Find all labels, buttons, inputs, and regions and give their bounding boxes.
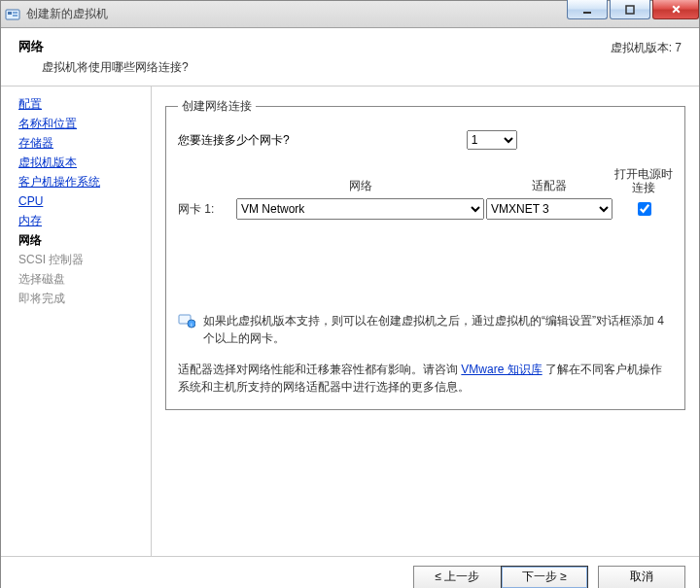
step-select-disk: 选择磁盘 bbox=[18, 269, 151, 289]
svg-rect-1 bbox=[8, 12, 12, 15]
wizard-steps-sidebar: 配置 名称和位置 存储器 虚拟机版本 客户机操作系统 CPU 内存 网络 SCS… bbox=[1, 86, 152, 556]
network-groupbox: 创建网络连接 您要连接多少个网卡? 1 网络 适配器 打开电源时连接 网卡 1: bbox=[165, 98, 685, 410]
svg-rect-5 bbox=[626, 6, 634, 14]
step-name-location[interactable]: 名称和位置 bbox=[18, 114, 151, 133]
vm-version-label: 虚拟机版本: 7 bbox=[611, 40, 682, 56]
next-button[interactable]: 下一步 ≥ bbox=[501, 566, 588, 589]
wizard-header: 网络 虚拟机将使用哪些网络连接? 虚拟机版本: 7 bbox=[1, 28, 699, 86]
info-text: 如果此虚拟机版本支持，则可以在创建虚拟机之后，通过虚拟机的“编辑设置”对话框添加… bbox=[203, 312, 673, 347]
step-vm-version[interactable]: 虚拟机版本 bbox=[18, 153, 151, 172]
step-cpu[interactable]: CPU bbox=[18, 191, 151, 211]
svg-rect-4 bbox=[583, 12, 591, 14]
svg-text:i: i bbox=[191, 322, 192, 328]
step-guest-os[interactable]: 客户机操作系统 bbox=[18, 172, 151, 191]
col-header-connect: 打开电源时连接 bbox=[614, 167, 673, 194]
info-icon: i bbox=[178, 312, 195, 329]
close-button[interactable] bbox=[652, 0, 699, 19]
nic-count-select[interactable]: 1 bbox=[467, 130, 517, 150]
app-icon bbox=[5, 7, 20, 22]
step-scsi: SCSI 控制器 bbox=[18, 250, 151, 269]
wizard-footer: ≤ 上一步 下一步 ≥ 取消 bbox=[1, 556, 699, 588]
adapter-note: 适配器选择对网络性能和迁移兼容性都有影响。请咨询 VMware 知识库 了解在不… bbox=[178, 361, 673, 396]
nic1-connect-checkbox[interactable] bbox=[638, 202, 651, 216]
titlebar: 创建新的虚拟机 bbox=[1, 1, 699, 28]
groupbox-legend: 创建网络连接 bbox=[178, 98, 256, 115]
wizard-main-panel: 创建网络连接 您要连接多少个网卡? 1 网络 适配器 打开电源时连接 网卡 1: bbox=[152, 86, 699, 556]
cancel-button[interactable]: 取消 bbox=[598, 566, 685, 589]
info-block: i 如果此虚拟机版本支持，则可以在创建虚拟机之后，通过虚拟机的“编辑设置”对话框… bbox=[178, 312, 673, 347]
nic1-adapter-select[interactable]: VMXNET 3 bbox=[486, 198, 612, 220]
nic-columns-header: 网络 适配器 打开电源时连接 bbox=[178, 167, 673, 194]
back-button[interactable]: ≤ 上一步 bbox=[413, 566, 501, 589]
nic-count-label: 您要连接多少个网卡? bbox=[178, 132, 290, 149]
page-heading: 网络 bbox=[18, 38, 189, 55]
step-ready: 即将完成 bbox=[18, 289, 151, 308]
nic-row-1: 网卡 1: VM Network VMXNET 3 bbox=[178, 198, 673, 220]
page-subheading: 虚拟机将使用哪些网络连接? bbox=[42, 59, 189, 76]
nic1-label: 网卡 1: bbox=[178, 201, 234, 218]
wizard-body: 配置 名称和位置 存储器 虚拟机版本 客户机操作系统 CPU 内存 网络 SCS… bbox=[1, 86, 699, 556]
maximize-button[interactable] bbox=[610, 0, 650, 19]
nic-count-row: 您要连接多少个网卡? 1 bbox=[178, 130, 673, 150]
window-controls bbox=[565, 0, 699, 19]
svg-rect-3 bbox=[13, 15, 18, 17]
step-storage[interactable]: 存储器 bbox=[18, 133, 151, 153]
step-config[interactable]: 配置 bbox=[18, 94, 151, 114]
step-network: 网络 bbox=[18, 230, 151, 250]
wizard-window: 创建新的虚拟机 网络 虚拟机将使用哪些网络连接? 虚拟机版本: 7 配置 名称和… bbox=[0, 0, 700, 588]
col-header-network: 网络 bbox=[236, 178, 484, 194]
kb-link[interactable]: VMware 知识库 bbox=[461, 363, 542, 376]
window-title: 创建新的虚拟机 bbox=[26, 6, 108, 22]
nav-button-pair: ≤ 上一步 下一步 ≥ bbox=[413, 566, 588, 589]
nic1-network-select[interactable]: VM Network bbox=[236, 198, 484, 220]
col-header-adapter: 适配器 bbox=[486, 178, 612, 194]
step-memory[interactable]: 内存 bbox=[18, 211, 151, 230]
minimize-button[interactable] bbox=[567, 0, 608, 19]
note-pre: 适配器选择对网络性能和迁移兼容性都有影响。请咨询 bbox=[178, 363, 461, 376]
svg-rect-2 bbox=[13, 12, 18, 14]
